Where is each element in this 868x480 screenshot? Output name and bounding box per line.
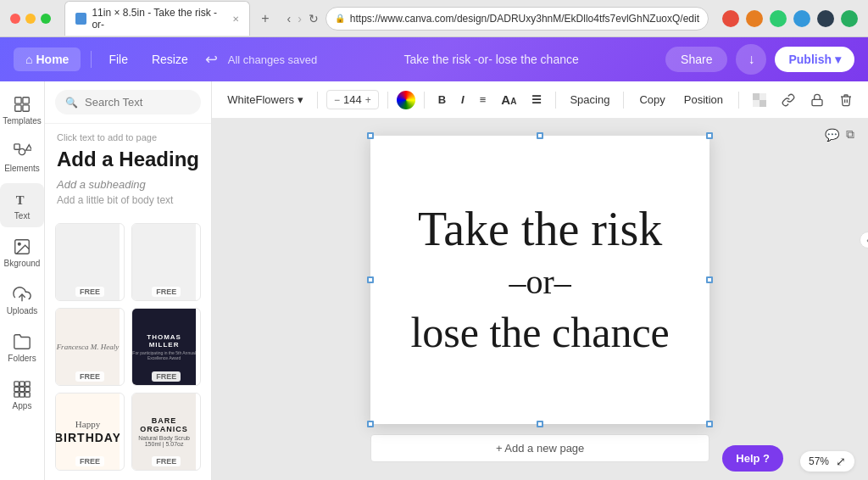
toolbar-separator-1 <box>91 51 92 68</box>
browser-ext-4[interactable] <box>793 10 810 27</box>
delete-button[interactable] <box>834 88 858 112</box>
help-button[interactable]: Help ? <box>722 445 783 472</box>
handle-bot-left[interactable] <box>367 421 374 427</box>
back-button[interactable]: ‹ <box>287 12 291 25</box>
template-card-blank1[interactable]: FREE <box>55 223 125 301</box>
sidebar-item-templates[interactable]: Templates <box>0 88 44 132</box>
tab-close-button[interactable]: ✕ <box>232 14 239 24</box>
sidebar-item-apps[interactable]: Apps <box>0 373 44 417</box>
position-button[interactable]: Position <box>677 90 730 109</box>
italic-button[interactable]: I <box>456 90 470 109</box>
svg-rect-5 <box>14 144 19 149</box>
template-card-organics[interactable]: BAREORGANICS Natural Body Scrub150ml | 5… <box>131 393 201 471</box>
sidebar-item-elements-label: Elements <box>4 164 40 173</box>
app-toolbar: ⌂ Home File Resize ↩ All changes saved T… <box>0 37 868 81</box>
browser-ext-6[interactable] <box>841 10 858 27</box>
body-text-sample[interactable]: Add a little bit of body text <box>57 194 199 206</box>
template-card-thomas[interactable]: THOMASMILLER For participating in the 5t… <box>131 308 201 386</box>
browser-tab[interactable]: 11in × 8.5in - Take the risk -or- ✕ <box>64 1 250 36</box>
sidebar-item-folders[interactable]: Folders <box>0 326 44 370</box>
thomas-miller-sub: For participating in the 5th Annual Exce… <box>132 350 196 361</box>
template-badge-4: FREE <box>152 371 181 382</box>
template-card-francesca[interactable]: Francesca M. Healy FREE <box>55 308 125 386</box>
refresh-button[interactable]: ↻ <box>309 12 319 25</box>
sidebar-item-background-label: Bkground <box>4 259 41 268</box>
template-badge-5: FREE <box>75 456 104 466</box>
minimize-window-dot[interactable] <box>25 14 36 24</box>
close-window-dot[interactable] <box>10 14 20 24</box>
share-button[interactable]: Share <box>665 47 727 72</box>
list-button[interactable]: ☰ <box>526 90 547 109</box>
handle-bot-right[interactable] <box>706 421 713 427</box>
sidebar-item-apps-label: Apps <box>13 401 32 410</box>
browser-ext-1[interactable] <box>722 10 739 27</box>
svg-point-9 <box>18 243 20 245</box>
text-color-button[interactable] <box>397 91 415 109</box>
font-family-selector[interactable]: WhiteFlowers ▾ <box>222 90 309 109</box>
browser-ext-5[interactable] <box>817 10 834 27</box>
resize-button[interactable]: Resize <box>145 49 195 70</box>
svg-rect-20 <box>753 93 760 100</box>
lock-button[interactable] <box>805 88 829 112</box>
sidebar-item-elements[interactable]: Elements <box>0 136 44 180</box>
design-canvas[interactable]: Take the risk –or– lose the chance <box>370 136 709 424</box>
francesca-text: Francesca M. Healy <box>57 342 120 353</box>
checkerboard-button[interactable] <box>748 88 771 112</box>
subheading-sample[interactable]: Add a subheading <box>57 178 199 191</box>
text-icon: T <box>13 190 31 209</box>
font-size-control: − 144 + <box>326 90 379 109</box>
svg-rect-13 <box>25 382 30 387</box>
sidebar-item-text[interactable]: T Text <box>0 183 44 227</box>
forward-button[interactable]: › <box>298 12 302 25</box>
new-tab-button[interactable]: + <box>257 10 273 27</box>
canvas-duplicate-button[interactable]: ⧉ <box>846 127 854 142</box>
font-chevron-icon: ▾ <box>298 93 303 106</box>
link-button[interactable] <box>776 88 800 112</box>
svg-rect-22 <box>760 93 766 100</box>
template-card-birthday[interactable]: Happy BIRTHDAY FREE <box>55 393 125 471</box>
handle-top-right[interactable] <box>706 132 713 139</box>
format-toolbar: WhiteFlowers ▾ − 144 + B I ≡ AA ☰ Spacin… <box>212 81 868 119</box>
templates-grid: FREE FREE Francesca M. Healy FREE THOMAS… <box>45 215 211 479</box>
click-hint: Click text to add to page <box>57 132 199 142</box>
copy-button[interactable]: Copy <box>632 90 671 109</box>
handle-mid-left[interactable] <box>367 276 374 283</box>
maximize-window-dot[interactable] <box>41 14 51 24</box>
svg-rect-24 <box>812 99 822 105</box>
browser-ext-3[interactable] <box>770 10 787 27</box>
uploads-icon <box>13 285 31 304</box>
search-input[interactable] <box>85 96 212 109</box>
zoom-expand-button[interactable]: ⤢ <box>836 455 846 468</box>
canvas-text-line2[interactable]: –or– <box>509 264 570 301</box>
lock-icon <box>810 93 824 107</box>
handle-mid-right[interactable] <box>706 276 713 283</box>
file-menu-button[interactable]: File <box>102 49 135 70</box>
aa-button[interactable]: AA <box>496 89 521 110</box>
sidebar-item-uploads[interactable]: Uploads <box>0 278 44 322</box>
handle-top-mid[interactable] <box>537 132 543 139</box>
spacing-button[interactable]: Spacing <box>565 90 615 109</box>
sidebar-item-background[interactable]: Bkground <box>0 231 44 275</box>
url-bar[interactable]: 🔒 https://www.canva.com/design/DADRUxy3h… <box>326 7 709 31</box>
canvas-text-line1[interactable]: Take the risk <box>418 204 662 256</box>
organics-brand-text: BAREORGANICS <box>140 416 188 433</box>
add-page-button[interactable]: + Add a new page <box>370 434 709 462</box>
canvas-text-line3[interactable]: lose the chance <box>410 310 669 356</box>
canvas-comment-button[interactable]: 💬 <box>825 127 839 142</box>
aa-large: A <box>501 92 510 107</box>
bold-button[interactable]: B <box>433 90 451 109</box>
template-card-blank2[interactable]: FREE <box>131 223 201 301</box>
home-button[interactable]: ⌂ Home <box>14 47 81 71</box>
font-size-decrease-button[interactable]: − <box>332 94 342 106</box>
undo-button[interactable]: ↩ <box>205 50 218 69</box>
font-size-increase-button[interactable]: + <box>364 94 373 106</box>
heading-sample[interactable]: Add a Heading <box>57 148 199 171</box>
browser-ext-2[interactable] <box>746 10 763 27</box>
svg-rect-14 <box>14 387 19 392</box>
handle-top-left[interactable] <box>367 132 374 139</box>
publish-button[interactable]: Publish ▾ <box>775 47 854 72</box>
align-button[interactable]: ≡ <box>475 90 492 109</box>
browser-actions <box>722 10 858 27</box>
handle-bot-mid[interactable] <box>537 421 543 427</box>
download-button[interactable]: ↓ <box>736 44 766 75</box>
